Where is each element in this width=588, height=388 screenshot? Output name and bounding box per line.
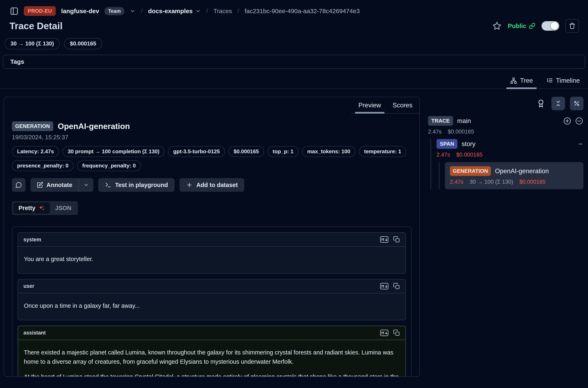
message-user: user Once upon a time in a galaxy far, f… (18, 279, 406, 320)
format-json-button[interactable]: JSON (50, 203, 76, 214)
collapse-node-icon[interactable] (577, 141, 584, 147)
messages-container: system You are a great storyteller. (12, 226, 412, 377)
annotate-button[interactable]: Annotate (30, 182, 79, 189)
observation-timestamp: 19/03/2024, 15:25:37 (12, 134, 412, 141)
public-label: Public (508, 23, 526, 29)
tab-timeline[interactable]: Timeline (543, 75, 583, 88)
chevrons-collapse-icon (555, 100, 562, 107)
favorite-star-icon[interactable] (492, 21, 502, 31)
zoom-in-icon[interactable] (563, 117, 571, 125)
token-usage-badge: 30 prompt → 100 completion (Σ 130) (63, 146, 164, 157)
org-chevron-down-icon[interactable] (130, 8, 136, 14)
public-toggle[interactable] (542, 21, 559, 31)
breadcrumb-trace-id: fac231bc-90ee-490a-aa32-78c4269474e3 (245, 8, 360, 15)
message-role: assistant (23, 330, 46, 336)
markdown-toggle-icon[interactable] (380, 236, 388, 243)
tags-label: Tags (10, 58, 24, 65)
span-cost: $0.000165 (456, 152, 482, 158)
tree-node-trace[interactable]: TRACE main (428, 116, 584, 126)
tab-preview[interactable]: Preview (353, 97, 387, 113)
breadcrumb-separator: / (206, 7, 208, 15)
trace-metrics: 2.47s $0.000165 (428, 129, 584, 135)
message-role: system (23, 237, 41, 242)
assistant-paragraph: At the heart of Lumina stood the towerin… (24, 372, 400, 377)
markdown-toggle-icon[interactable] (380, 283, 388, 290)
add-to-dataset-button[interactable]: Add to dataset (180, 178, 244, 192)
markdown-toggle-icon[interactable] (380, 329, 388, 336)
trace-name: main (457, 117, 471, 125)
observation-title: OpenAI-generation (58, 122, 130, 131)
temperature-badge: temperature: 1 (359, 146, 407, 157)
trace-latency: 2.47s (428, 129, 442, 135)
assistant-paragraph: There existed a majestic planet called L… (24, 348, 400, 366)
annotate-split-button: Annotate (30, 178, 93, 192)
format-pretty-button[interactable]: Pretty (13, 203, 50, 214)
chevron-down-icon (84, 182, 89, 188)
tree-icon (510, 77, 517, 84)
breadcrumb-traces[interactable]: Traces (213, 8, 232, 15)
model-badge[interactable]: gpt-3.5-turbo-0125 (168, 146, 225, 157)
percent-icon (573, 100, 580, 107)
observation-type-badge: GENERATION (12, 121, 53, 131)
toggle-knob (551, 22, 558, 30)
copy-icon[interactable] (393, 283, 400, 290)
span-name: story (462, 140, 475, 148)
top-p-badge: top_p: 1 (268, 146, 298, 157)
message-content: There existed a majestic planet called L… (18, 340, 406, 377)
trace-cost: $0.000165 (448, 129, 474, 135)
tree-node-generation-selected[interactable]: GENERATION OpenAI-generation 2.47s 30 → … (445, 162, 584, 189)
copy-icon[interactable] (393, 236, 400, 243)
tab-scores[interactable]: Scores (387, 97, 418, 113)
breadcrumb-separator: / (141, 7, 143, 15)
generation-metrics: 2.47s 30 → 100 (Σ 130) $0.000165 (450, 179, 579, 185)
trace-cost-badge: $0.000165 (64, 38, 102, 49)
message-content: You are a great storyteller. (18, 247, 406, 273)
panel-tablist: Preview Scores (351, 97, 419, 114)
project-chevron-down-icon[interactable] (195, 8, 201, 14)
preview-panel: Preview Scores GENERATION OpenAI-generat… (4, 97, 420, 377)
public-link[interactable]: Public (508, 23, 535, 29)
presence-penalty-badge: presence_penalty: 0 (12, 160, 74, 171)
collapse-all-button[interactable] (551, 97, 565, 110)
comment-icon (15, 182, 22, 188)
tab-tree[interactable]: Tree (507, 75, 536, 88)
metrics-percent-button[interactable] (570, 97, 584, 110)
generation-name: OpenAI-generation (495, 168, 549, 175)
trash-icon (569, 23, 575, 29)
page-title: Trace Detail (9, 20, 63, 31)
span-badge: SPAN (436, 139, 457, 149)
tags-container[interactable]: Tags (3, 55, 585, 69)
message-assistant: assistant There existed a majestic (18, 326, 406, 377)
generation-cost: $0.000165 (519, 179, 546, 185)
sparkles-icon (38, 205, 45, 212)
timeline-icon (546, 77, 553, 84)
breadcrumb-org[interactable]: langfuse-dev (61, 8, 99, 15)
environment-badge[interactable]: PROD-EU (24, 6, 56, 16)
breadcrumb-separator: / (237, 7, 239, 15)
format-toggle: Pretty JSON (12, 201, 78, 215)
latency-badge: Latency: 2.47s (12, 146, 59, 157)
trace-tokens-badge: 30 → 100 (Σ 130) (4, 38, 60, 49)
trace-badge: TRACE (428, 116, 453, 126)
link-icon (529, 23, 535, 29)
generation-badge: GENERATION (450, 166, 491, 176)
tree-node-span[interactable]: SPAN story (436, 139, 584, 149)
annotate-dropdown-button[interactable] (79, 182, 93, 188)
org-type-badge: Team (104, 7, 124, 15)
message-role: user (23, 283, 34, 289)
message-system: system You are a great storyteller. (18, 232, 406, 274)
terminal-icon (105, 182, 112, 188)
sidebar-toggle-icon[interactable] (10, 7, 19, 15)
delete-trace-button[interactable] (565, 19, 579, 33)
plus-icon (186, 182, 193, 188)
breadcrumb: PROD-EU langfuse-dev Team / docs-example… (0, 0, 588, 16)
award-icon[interactable] (536, 99, 546, 108)
comment-button[interactable] (12, 178, 25, 192)
copy-icon[interactable] (393, 329, 400, 336)
test-in-playground-button[interactable]: Test in playground (98, 178, 175, 192)
breadcrumb-project[interactable]: docs-examples (148, 8, 201, 15)
generation-latency: 2.47s (450, 179, 463, 185)
edit-icon (37, 182, 43, 188)
frequency-penalty-badge: frequency_penalty: 0 (77, 160, 141, 171)
zoom-out-icon[interactable] (575, 117, 584, 125)
